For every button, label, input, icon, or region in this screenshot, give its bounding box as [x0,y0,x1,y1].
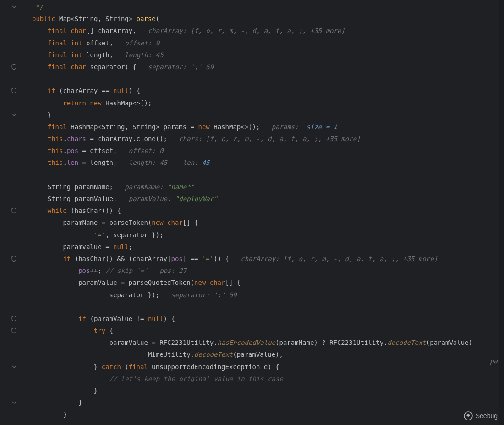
code-line[interactable]: // let's keep the original value in this… [32,373,504,385]
code-line[interactable]: '=', separator }); [32,229,504,241]
truncated-hint: pa [490,357,498,365]
code-line[interactable] [32,169,504,181]
code-line[interactable]: this.len = length; length: 45 len: 45 [32,157,504,169]
gutter [0,0,19,425]
gutter-fold-icon[interactable] [0,397,19,409]
gutter-fold-icon[interactable] [0,361,19,373]
code-line[interactable]: String paramName; paramName: "name*" [32,181,504,193]
watermark-label: Seebug [476,412,498,420]
code-line[interactable] [32,73,504,85]
code-line[interactable]: paramValue = parseQuotedToken(new char[]… [32,277,504,289]
code-line[interactable]: } [32,109,504,121]
code-line[interactable]: } catch (final UnsupportedEncodingExcept… [32,361,504,373]
code-line[interactable]: final char[] charArray, charArray: [f, o… [32,25,504,37]
gutter-shield-icon[interactable] [0,313,19,325]
code-line[interactable]: paramName = parseToken(new char[] { [32,217,504,229]
code-line[interactable]: final char separator) { separator: ';' 5… [32,61,504,73]
code-line[interactable]: final HashMap<String, String> params = n… [32,121,504,133]
code-line[interactable]: try { [32,325,504,337]
code-line[interactable]: separator }); separator: ';' 59 [32,289,504,301]
code-line[interactable]: return new HashMap<>(); [32,97,504,109]
code-editor[interactable]: */ public Map<String, String> parse( fin… [0,0,504,425]
code-area[interactable]: */ public Map<String, String> parse( fin… [19,0,504,425]
watermark: Seebug [464,411,498,420]
code-line[interactable]: */ [32,1,504,13]
code-line-execution[interactable]: paramValue = RFC2231Utility.hasEncodedVa… [32,337,504,349]
gutter-fold-icon[interactable] [0,1,19,13]
code-line[interactable]: pos++; // skip '=' pos: 27 [32,265,504,277]
gutter-shield-icon[interactable] [0,205,19,217]
code-line[interactable]: : MimeUtility.decodeText(paramValue); [32,349,504,360]
code-line[interactable]: final int length, length: 45 [32,49,504,61]
code-line[interactable]: if (charArray == null) { [32,85,504,97]
code-line[interactable]: } [32,397,504,409]
code-line[interactable]: final int offset, offset: 0 [32,37,504,49]
gutter-shield-icon[interactable] [0,325,19,337]
gutter-shield-icon[interactable] [0,85,19,97]
code-line[interactable] [32,301,504,313]
code-line[interactable]: String paramValue; paramValue: "deployWa… [32,193,504,205]
code-line[interactable]: public Map<String, String> parse( [32,13,504,25]
gutter-fold-icon[interactable] [0,109,19,121]
code-line[interactable]: if (hasChar() && (charArray[pos] == '=')… [32,253,504,265]
code-line[interactable]: } [32,385,504,397]
code-line[interactable]: this.pos = offset; offset: 0 [32,145,504,157]
gutter-shield-icon[interactable] [0,253,19,265]
seebug-logo-icon [464,411,473,420]
code-line-highlighted[interactable]: paramValue = null; [32,241,504,253]
gutter-shield-icon[interactable] [0,61,19,73]
code-line[interactable]: this.chars = charArray.clone(); chars: [… [32,133,504,145]
code-line[interactable]: while (hasChar()) { [32,205,504,217]
code-line[interactable]: if (paramValue != null) { [32,313,504,325]
code-line[interactable]: } [32,409,504,420]
